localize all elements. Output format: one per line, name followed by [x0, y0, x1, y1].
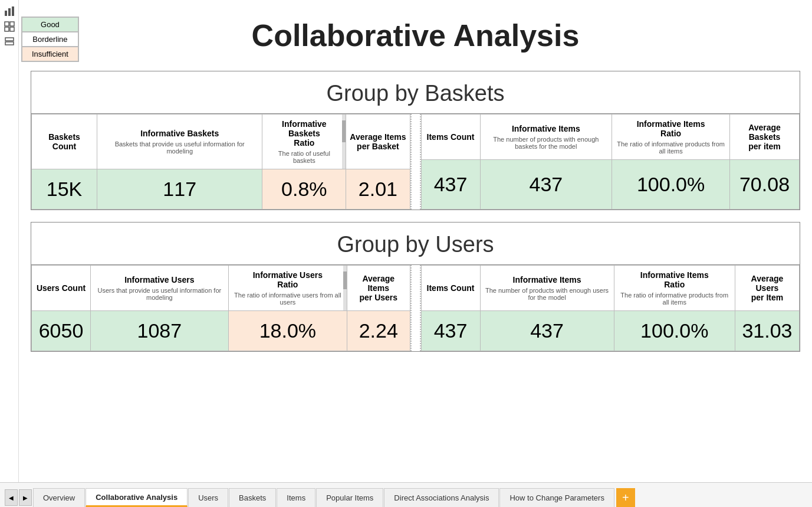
val-items-count2: 437 [421, 311, 480, 351]
tab-users[interactable]: Users [188, 488, 228, 507]
tab-add-button[interactable]: + [616, 488, 635, 507]
tab-collaborative-analysis[interactable]: Collaborative Analysis [86, 488, 188, 507]
users-table-wrapper: Users Count Informative Users Users that… [31, 265, 800, 351]
chart-icon[interactable] [3, 5, 16, 18]
col-avg-items-per-user: Average Itemsper Users [347, 266, 410, 311]
val-items-count: 437 [421, 160, 480, 210]
val-avg-users-per-item: 31.03 [735, 311, 799, 351]
val-informative-items-ratio: 100.0% [612, 160, 730, 210]
col-avg-items-per-basket: Average Itemsper Basket [346, 115, 410, 169]
baskets-left-table: Baskets Count Informative Baskets Basket… [31, 114, 410, 210]
svg-rect-8 [5, 42, 14, 45]
col-users-count: Users Count [32, 266, 91, 311]
svg-rect-0 [5, 11, 7, 16]
tab-baskets[interactable]: Baskets [229, 488, 276, 507]
col-avg-users-per-item: Average Usersper Item [735, 266, 799, 311]
tab-bar: ◀ ▶ Overview Collaborative Analysis User… [0, 482, 812, 507]
svg-rect-4 [10, 22, 14, 26]
col-informative-baskets: Informative Baskets Baskets that provide… [97, 115, 262, 169]
svg-rect-6 [10, 27, 14, 31]
tab-next-button[interactable]: ▶ [19, 489, 32, 506]
users-right-table: Items Count Informative Items The number… [421, 265, 800, 351]
svg-rect-7 [5, 38, 14, 41]
tab-how-to-change-parameters[interactable]: How to Change Parameters [499, 488, 614, 507]
val-baskets-count: 15K [32, 169, 97, 210]
group-by-users-section: Group by Users Users Count Informative U… [31, 222, 800, 352]
val-informative-items: 437 [480, 160, 612, 210]
sidebar [0, 0, 19, 507]
group-by-baskets-section: Group by Baskets Baskets Count Informati… [31, 71, 800, 210]
val-informative-items-ratio2: 100.0% [614, 311, 735, 351]
legend-good: Good [22, 17, 78, 32]
group-by-users-title: Group by Users [31, 223, 800, 265]
legend-borderline: Borderline [22, 32, 78, 47]
baskets-right-table: Items Count Informative Items The number… [421, 114, 800, 210]
col-informative-items-ratio: Informative ItemsRatio The ratio of info… [612, 115, 730, 160]
val-informative-users-ratio: 18.0% [228, 311, 347, 351]
val-informative-users: 1087 [91, 311, 229, 351]
col-informative-users-ratio: Informative UsersRatio The ratio of info… [228, 266, 347, 311]
svg-rect-5 [5, 27, 9, 31]
col-informative-items-ratio2: Informative ItemsRatio The ratio of info… [614, 266, 735, 311]
val-avg-items-per-user: 2.24 [347, 311, 410, 351]
val-informative-items2: 437 [480, 311, 614, 351]
val-avg-baskets-per-item: 70.08 [730, 160, 800, 210]
baskets-table-wrapper: Baskets Count Informative Baskets Basket… [31, 114, 800, 210]
group-by-baskets-title: Group by Baskets [31, 71, 800, 114]
col-informative-items2: Informative Items The number of products… [480, 266, 614, 311]
layers-icon[interactable] [3, 35, 16, 48]
legend-insufficient: Insufficient [22, 47, 78, 61]
table-divider-baskets [410, 114, 421, 210]
grid-icon[interactable] [3, 20, 16, 33]
tab-overview[interactable]: Overview [33, 488, 85, 507]
svg-rect-1 [8, 8, 11, 16]
col-avg-baskets-per-item: Average Basketsper item [730, 115, 800, 160]
tab-direct-associations-analysis[interactable]: Direct Associations Analysis [384, 488, 499, 507]
col-items-count2: Items Count [421, 266, 480, 311]
val-avg-items-per-basket: 2.01 [346, 169, 410, 210]
tab-prev-button[interactable]: ◀ [5, 489, 18, 506]
val-informative-baskets: 117 [97, 169, 262, 210]
col-informative-items: Informative Items The number of products… [480, 115, 612, 160]
col-baskets-count: Baskets Count [32, 115, 97, 169]
users-left-table: Users Count Informative Users Users that… [31, 265, 410, 351]
legend: Good Borderline Insufficient [21, 17, 79, 62]
main-content: Collaborative Analysis Group by Baskets … [19, 0, 812, 411]
val-informative-baskets-ratio: 0.8% [262, 169, 346, 210]
col-informative-baskets-ratio: InformativeBasketsRatio The ratio of use… [262, 115, 346, 169]
page-title: Collaborative Analysis [31, 6, 800, 71]
table-divider-users [410, 265, 421, 351]
col-items-count: Items Count [421, 115, 480, 160]
val-users-count: 6050 [32, 311, 91, 351]
svg-rect-2 [12, 6, 14, 16]
col-informative-users: Informative Users Users that provide us … [91, 266, 229, 311]
tab-items[interactable]: Items [277, 488, 315, 507]
tab-popular-items[interactable]: Popular Items [316, 488, 383, 507]
svg-rect-3 [5, 22, 9, 26]
